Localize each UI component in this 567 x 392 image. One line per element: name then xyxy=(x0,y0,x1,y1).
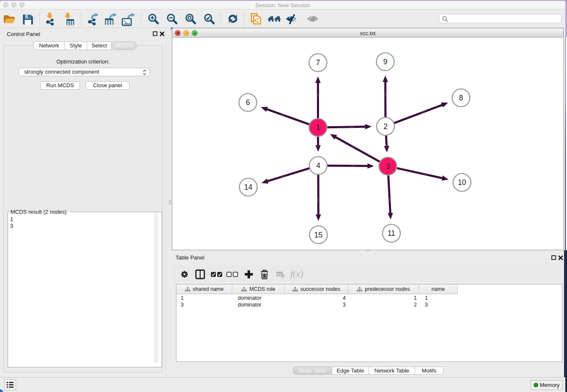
svg-text:14: 14 xyxy=(244,183,253,191)
svg-text:1: 1 xyxy=(316,123,320,132)
svg-text:15: 15 xyxy=(314,231,322,239)
svg-text:8: 8 xyxy=(459,94,463,102)
svg-text:6: 6 xyxy=(246,98,250,107)
svg-text:2: 2 xyxy=(383,122,388,131)
svg-text:11: 11 xyxy=(388,229,395,237)
svg-text:3: 3 xyxy=(386,162,390,171)
svg-text:4: 4 xyxy=(316,161,320,170)
svg-text:f(x): f(x) xyxy=(290,269,303,279)
svg-text:9: 9 xyxy=(383,58,388,66)
svg-text:10: 10 xyxy=(458,178,466,187)
svg-text:7: 7 xyxy=(316,58,320,67)
